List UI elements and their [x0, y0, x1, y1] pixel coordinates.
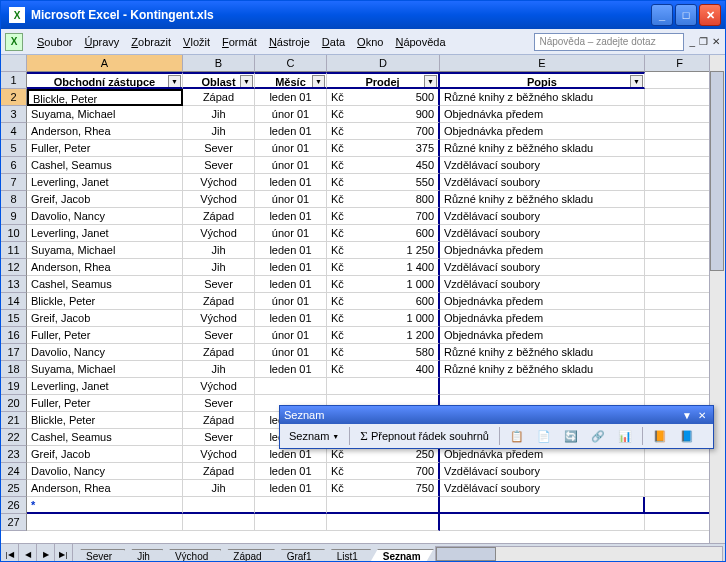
list-action-7[interactable]: 📘 [675, 426, 699, 446]
cell[interactable]: únor 01 [255, 327, 327, 344]
cell[interactable]: únor 01 [255, 293, 327, 310]
cell[interactable] [645, 157, 715, 174]
cell[interactable] [645, 140, 715, 157]
row-header[interactable]: 19 [1, 378, 27, 395]
cell[interactable]: Různé knihy z běžného skladu [440, 361, 645, 378]
toggle-totals-button[interactable]: ΣPřepnout řádek souhrnů [355, 426, 494, 446]
cell[interactable]: Východ [183, 378, 255, 395]
row-header[interactable]: 2 [1, 89, 27, 106]
vertical-scrollbar[interactable] [709, 55, 725, 543]
cell[interactable]: Západ [183, 89, 255, 106]
column-header-D[interactable]: D [327, 55, 440, 72]
menu-formát[interactable]: Formát [216, 34, 263, 50]
cell[interactable]: Blickle, Peter [27, 89, 183, 106]
sheet-tab-graf1[interactable]: Graf1 [274, 549, 325, 562]
filter-dropdown-icon[interactable]: ▼ [240, 75, 253, 88]
menu-úpravy[interactable]: Úpravy [78, 34, 125, 50]
cell[interactable]: Leverling, Janet [27, 378, 183, 395]
cell[interactable]: Různé knihy z běžného skladu [440, 140, 645, 157]
row-header[interactable]: 22 [1, 429, 27, 446]
cell[interactable] [645, 378, 715, 395]
cell[interactable]: Sever [183, 327, 255, 344]
cell[interactable]: Kč450 [327, 157, 440, 174]
cell[interactable]: Kč1 250 [327, 242, 440, 259]
cell[interactable]: Anderson, Rhea [27, 259, 183, 276]
cell[interactable]: Davolio, Nancy [27, 208, 183, 225]
cell[interactable]: leden 01 [255, 259, 327, 276]
cell[interactable]: únor 01 [255, 344, 327, 361]
cell[interactable]: Objednávka předem [440, 310, 645, 327]
cell[interactable]: Západ [183, 293, 255, 310]
spreadsheet-grid[interactable]: ABCDEF 1Obchodní zástupce▼Oblast▼Měsíc▼P… [1, 55, 725, 543]
table-header-cell[interactable]: Popis▼ [440, 72, 645, 89]
row-header[interactable]: 25 [1, 480, 27, 497]
cell[interactable] [255, 514, 327, 531]
cell[interactable]: Objednávka předem [440, 242, 645, 259]
row-header[interactable]: 9 [1, 208, 27, 225]
cell[interactable]: Kč375 [327, 140, 440, 157]
filter-dropdown-icon[interactable]: ▼ [630, 75, 643, 88]
cell[interactable] [440, 378, 645, 395]
tab-nav-prev[interactable]: ◀ [19, 544, 37, 562]
cell[interactable]: Kč1 400 [327, 259, 440, 276]
sheet-tab-východ[interactable]: Východ [162, 549, 221, 562]
cell[interactable]: Kč550 [327, 174, 440, 191]
workbook-icon[interactable]: X [5, 33, 23, 51]
cell[interactable]: Anderson, Rhea [27, 123, 183, 140]
titlebar[interactable]: X Microsoft Excel - Kontingent.xls _ □ ✕ [1, 1, 725, 29]
cell[interactable]: Různé knihy z běžného skladu [440, 344, 645, 361]
cell[interactable]: Jih [183, 361, 255, 378]
cell[interactable]: Vzdělávací soubory [440, 174, 645, 191]
cell[interactable]: Východ [183, 174, 255, 191]
cell[interactable]: Kč750 [327, 480, 440, 497]
table-header-cell[interactable]: Prodej▼ [327, 72, 440, 89]
cell[interactable]: leden 01 [255, 276, 327, 293]
list-menu-button[interactable]: Seznam ▼ [284, 426, 344, 446]
mdi-restore-button[interactable]: ❐ [698, 35, 709, 48]
column-header-C[interactable]: C [255, 55, 327, 72]
mdi-minimize-button[interactable]: _ [688, 35, 696, 48]
cell[interactable]: Různé knihy z běžného skladu [440, 89, 645, 106]
cell[interactable]: Suyama, Michael [27, 106, 183, 123]
cell[interactable]: Davolio, Nancy [27, 463, 183, 480]
cell[interactable]: Leverling, Janet [27, 225, 183, 242]
cell[interactable] [327, 378, 440, 395]
cell[interactable] [645, 327, 715, 344]
cell[interactable]: Sever [183, 395, 255, 412]
sheet-tab-sever[interactable]: Sever [73, 549, 125, 562]
menu-nástroje[interactable]: Nástroje [263, 34, 316, 50]
cell[interactable] [255, 378, 327, 395]
cell[interactable] [645, 174, 715, 191]
sheet-tab-jih[interactable]: Jih [124, 549, 163, 562]
cell[interactable]: Objednávka předem [440, 293, 645, 310]
sheet-tab-seznam[interactable]: Seznam [370, 549, 434, 562]
row-header[interactable]: 13 [1, 276, 27, 293]
cell[interactable]: Vzdělávací soubory [440, 463, 645, 480]
cell[interactable]: únor 01 [255, 191, 327, 208]
cell[interactable]: Sever [183, 140, 255, 157]
cell[interactable] [645, 72, 715, 89]
close-button[interactable]: ✕ [699, 4, 721, 26]
filter-dropdown-icon[interactable]: ▼ [168, 75, 181, 88]
cell[interactable]: únor 01 [255, 106, 327, 123]
sheet-tab-list1[interactable]: List1 [324, 549, 371, 562]
menu-nápověda[interactable]: Nápověda [389, 34, 451, 50]
cell[interactable]: Objednávka předem [440, 106, 645, 123]
cell[interactable]: Západ [183, 463, 255, 480]
menu-soubor[interactable]: Soubor [31, 34, 78, 50]
column-header-A[interactable]: A [27, 55, 183, 72]
column-header-F[interactable]: F [645, 55, 715, 72]
cell[interactable]: leden 01 [255, 480, 327, 497]
cell[interactable]: leden 01 [255, 89, 327, 106]
cell[interactable]: Západ [183, 344, 255, 361]
cell[interactable] [645, 497, 715, 514]
row-header[interactable]: 5 [1, 140, 27, 157]
row-header[interactable]: 17 [1, 344, 27, 361]
list-action-2[interactable]: 📄 [532, 426, 556, 446]
menu-okno[interactable]: Okno [351, 34, 389, 50]
tab-nav-next[interactable]: ▶ [37, 544, 55, 562]
row-header[interactable]: 12 [1, 259, 27, 276]
cell[interactable]: leden 01 [255, 174, 327, 191]
cell[interactable]: Kč580 [327, 344, 440, 361]
new-row-star[interactable]: * [27, 497, 183, 514]
